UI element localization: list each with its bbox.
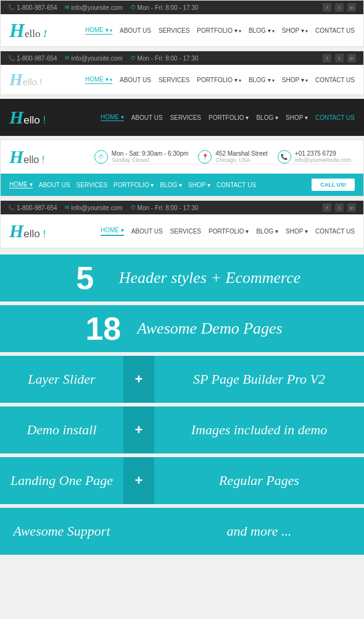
nav4-home[interactable]: HOME ▾ [9,181,33,188]
nav-contact[interactable]: CONTACT US [315,27,355,34]
nav5-contact[interactable]: CONTACT US [315,228,355,235]
hours-item-5: ⏱ Mon - Fri: 8:00 - 17:30 [130,204,199,211]
split-left-4: Demo install [0,406,123,453]
email-item-5: ✉ info@yoursite.com [65,204,123,211]
nav-5: Hello ! HOME ▾ ABOUT US SERVICES PORTFOL… [1,214,363,248]
nav2-blog[interactable]: BLOG ▾ [249,77,275,83]
feature-number-1: 5 [64,259,107,297]
clock-icon: ⏱ [130,4,136,11]
topbar-5: 📞 1-800-987-654 ✉ info@yoursite.com ⏱ Mo… [1,201,363,214]
nav5-blog[interactable]: BLOG ▾ [256,228,278,235]
features-section: 5 Header styles + Ecommerce 18 Awesome D… [0,255,364,555]
nav-about[interactable]: ABOUT US [120,27,151,34]
logo-ello-4: ello [23,154,41,165]
logo-excl-4: ! [42,154,44,165]
split-text-left-4: Demo install [27,422,96,438]
phone-label: +01 2375 6729 [295,150,351,157]
call-us-button[interactable]: CALL US! [312,179,355,191]
header-style-1: 📞 1-800-987-654 ✉ info@yoursite.com ⏱ Mo… [0,0,364,47]
feature-row-6: Awesome Support and more ... [0,508,364,555]
topbar-2: 📞 1-800-987-654 ✉ info@yoursite.com ⏱ Mo… [1,51,363,65]
nav-blog[interactable]: BLOG ▾ [249,27,275,34]
header-style-4: Hello ! ⏱ Mon - Sat: 9:30am - 6:30pm Sun… [0,140,364,196]
hours-text-2: Mon - Fri: 8:00 - 17:30 [138,55,199,62]
logo-excl-5: ! [43,228,46,240]
logo-ello: ello [25,28,43,40]
split-text-right-6: and more ... [227,523,292,539]
nav5-about[interactable]: ABOUT US [131,228,163,235]
nav3-about[interactable]: ABOUT US [131,114,163,121]
clock-icon-5: ⏱ [130,204,136,211]
nav2-about[interactable]: ABOUT US [120,77,151,83]
info-time-text: Mon - Sat: 9:30am - 6:30pm Sunday Closed [112,150,189,163]
feature-text-2: Awesome Demo Pages [137,319,282,338]
logo-h-4: H [9,146,23,167]
nav4-blog[interactable]: BLOG ▾ [160,182,183,188]
nav2-contact[interactable]: CONTACT US [315,77,355,83]
twitter-icon-5[interactable]: t [335,203,344,212]
nav5-home[interactable]: HOME ▾ [101,227,124,236]
topbar-5-social: f t in [323,203,356,212]
nav-links-3: HOME ▾ ABOUT US SERVICES PORTFOLIO ▾ BLO… [101,114,355,121]
nav-home[interactable]: HOME ▾ [85,27,112,35]
linkedin-icon[interactable]: in [347,3,356,12]
email-text-2: info@yoursite.com [72,55,123,62]
nav2-home[interactable]: HOME ▾ [85,76,112,84]
feature-row-2: 18 Awesome Demo Pages [0,305,364,352]
phone-text: 1-800-987-654 [17,4,57,11]
email-icon: ✉ [65,4,70,11]
nav3-shop[interactable]: SHOP ▾ [286,114,308,121]
linkedin-icon-5[interactable]: in [347,203,356,212]
logo-ello-3: ello [23,114,43,126]
nav4-about[interactable]: ABOUT US [39,182,70,188]
nav-shop[interactable]: SHOP ▾ [282,27,308,34]
nav3-services[interactable]: SERVICES [170,114,201,121]
info-phone-text: +01 2375 6729 info@yourwebsite.com [295,150,351,163]
logo-4: Hello ! [9,146,44,167]
phone-text-5: 1-800-987-654 [17,204,57,211]
twitter-icon-2[interactable]: t [335,54,344,62]
nav4-services[interactable]: SERVICES [77,182,107,188]
nav3-blog[interactable]: BLOG ▾ [256,114,278,121]
nav5-shop[interactable]: SHOP ▾ [286,228,308,235]
email-item: ✉ info@yoursite.com [65,4,123,11]
facebook-icon-5[interactable]: f [323,203,331,212]
nav-services[interactable]: SERVICES [159,27,189,34]
logo-h-3: H [9,107,23,127]
nav3-contact[interactable]: CONTACT US [315,114,355,121]
email-icon-5: ✉ [65,204,70,211]
feature-row-5: Landing One Page + Regular Pages [0,457,364,504]
info-location: 📍 452 Marshal Street Chicago, USA [198,150,268,164]
nav3-home[interactable]: HOME ▾ [101,114,124,121]
nav4-shop[interactable]: SHOP ▾ [188,182,210,188]
facebook-icon[interactable]: f [323,3,331,12]
nav2-services[interactable]: SERVICES [159,77,189,83]
nav5-portfolio[interactable]: PORTFOLIO ▾ [209,228,249,235]
logo-1: Hello ! [9,20,47,40]
linkedin-icon-2[interactable]: in [347,54,356,62]
facebook-icon-2[interactable]: f [323,54,331,62]
feature-row-3: Layer Slider + SP Page Builder Pro V2 [0,356,364,403]
split-text-right-4: Images included in demo [191,422,328,438]
feature-text-1: Header styles + Ecommerce [119,269,301,287]
split-right-4: Images included in demo [154,406,364,453]
nav-links-5: HOME ▾ ABOUT US SERVICES PORTFOLIO ▾ BLO… [101,227,355,236]
nav2-portfolio[interactable]: PORTFOLIO ▾ [197,77,241,83]
nav4-contact[interactable]: CONTACT US [217,182,256,188]
header4-logo-info: Hello ! ⏱ Mon - Sat: 9:30am - 6:30pm Sun… [1,140,363,174]
twitter-icon[interactable]: t [335,3,344,12]
header-style-5: 📞 1-800-987-654 ✉ info@yoursite.com ⏱ Mo… [0,200,364,248]
time-label: Mon - Sat: 9:30am - 6:30pm [112,150,189,157]
info-row-4: ⏱ Mon - Sat: 9:30am - 6:30pm Sunday Clos… [94,150,351,164]
nav5-services[interactable]: SERVICES [170,228,201,235]
nav3-portfolio[interactable]: PORTFOLIO ▾ [209,114,249,121]
nav-portfolio[interactable]: PORTFOLIO ▾ [197,27,241,34]
topbar-social: f t in [323,3,356,12]
feature-row-1: 5 Header styles + Ecommerce [0,255,364,301]
split-text-right-5: Regular Pages [219,473,299,489]
split-center-4: + [123,406,154,453]
hours-text: Mon - Fri: 8:00 - 17:30 [138,4,199,11]
hours-item-2: ⏱ Mon - Fri: 8:00 - 17:30 [130,55,199,62]
nav2-shop[interactable]: SHOP ▾ [282,77,308,83]
nav4-portfolio[interactable]: PORTFOLIO ▾ [114,182,154,188]
